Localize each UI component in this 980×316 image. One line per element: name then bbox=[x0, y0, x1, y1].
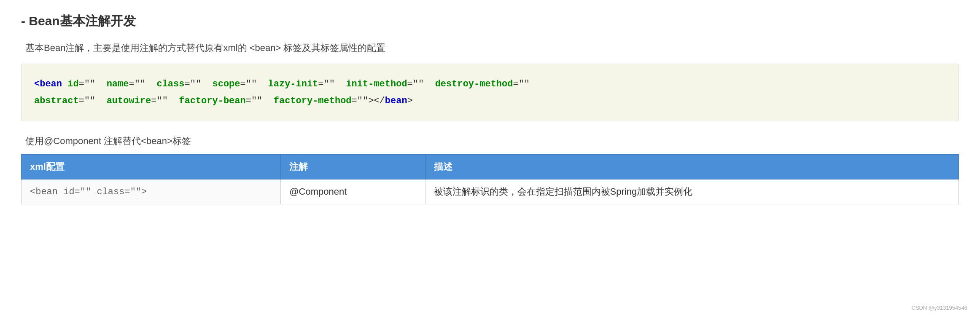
cell-annotation: @Component bbox=[281, 179, 425, 204]
cell-description: 被该注解标识的类，会在指定扫描范围内被Spring加载并实例化 bbox=[425, 179, 958, 204]
table-row: <bean id="" class=""> @Component 被该注解标识的… bbox=[22, 179, 959, 204]
sub-title: 使用@Component 注解替代<bean>标签 bbox=[25, 135, 959, 147]
page-title: - Bean基本注解开发 bbox=[21, 13, 959, 30]
code-line-1: <bean id="" name="" class="" scope="" la… bbox=[34, 76, 946, 93]
col-header-xml: xml配置 bbox=[22, 155, 281, 179]
cell-xml: <bean id="" class=""> bbox=[22, 179, 281, 204]
intro-text: 基本Bean注解，主要是使用注解的方式替代原有xml的 <bean> 标签及其标… bbox=[25, 42, 959, 54]
col-header-description: 描述 bbox=[425, 155, 958, 179]
table-header-row: xml配置 注解 描述 bbox=[22, 155, 959, 179]
col-header-annotation: 注解 bbox=[281, 155, 425, 179]
code-line-2: abstract="" autowire="" factory-bean="" … bbox=[34, 93, 946, 110]
code-block: <bean id="" name="" class="" scope="" la… bbox=[21, 64, 959, 121]
watermark: CSDN @y3131954546 bbox=[912, 305, 967, 311]
comparison-table: xml配置 注解 描述 <bean id="" class=""> @Compo… bbox=[21, 154, 959, 204]
